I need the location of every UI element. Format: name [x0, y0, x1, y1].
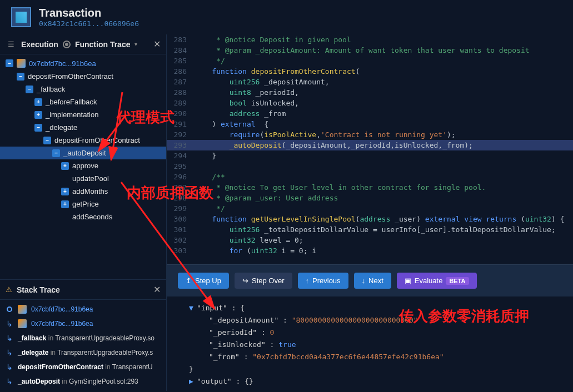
tree-label: _fallback: [37, 85, 65, 93]
code-line[interactable]: 294 }: [167, 150, 573, 161]
function-trace-label[interactable]: Function Trace: [75, 40, 131, 49]
tree-label: addSeconds: [72, 213, 112, 221]
code-line[interactable]: 300 function getUserLevelInSinglePool(ad…: [167, 214, 573, 224]
chevron-down-icon[interactable]: ▾: [134, 41, 137, 47]
line-number: 285: [167, 56, 195, 66]
tree-label: getPrice: [72, 200, 99, 208]
code-line[interactable]: 285 */: [167, 56, 573, 66]
expand-icon[interactable]: ▶: [189, 375, 197, 388]
stack-row[interactable]: ↳_fallback in TransparentUpgradeableProx…: [0, 331, 166, 345]
collapse-icon[interactable]: ▼: [189, 302, 197, 314]
transaction-icon: [11, 7, 31, 27]
beta-badge: BETA: [446, 277, 469, 285]
tree-label: _implementation: [46, 110, 98, 119]
line-number: 297: [167, 182, 195, 193]
code-line[interactable]: 293 _autoDeposit(_depositAmount,_periodI…: [167, 140, 573, 150]
code-line[interactable]: 284 * @param _depositAmount: Amount of w…: [167, 45, 573, 56]
expand-icon[interactable]: [34, 111, 42, 119]
tree-item[interactable]: _delegate: [0, 121, 166, 134]
code-line[interactable]: 292 require(isPoolActive,'Contract is no…: [167, 129, 573, 140]
tree-item[interactable]: _autoDeposit: [0, 147, 166, 159]
eval-icon: ▣: [405, 277, 411, 285]
line-number: 284: [167, 45, 195, 56]
stack-trace-panel: ⚠ Stack Trace ✕ 0x7cbfd7bc...91b6ea↳0x7c…: [0, 279, 166, 391]
code-line[interactable]: 296 /**: [167, 172, 573, 182]
stack-row[interactable]: 0x7cbfd7bc...91b6ea: [0, 302, 166, 316]
line-number: 302: [167, 235, 195, 245]
tree-item[interactable]: depositFromOtherContract: [0, 70, 166, 83]
step-over-button[interactable]: ↪Step Over: [235, 273, 292, 289]
stack-row[interactable]: ↳_delegate in TransparentUpgradeableProx…: [0, 345, 166, 360]
transaction-hash[interactable]: 0x8432c1c661...066096e6: [39, 19, 139, 28]
line-number: 287: [167, 77, 195, 87]
code-line[interactable]: 301 uint256 _totalDepositDollarValue = u…: [167, 224, 573, 235]
tree-item[interactable]: approve: [0, 159, 166, 172]
line-number: 288: [167, 87, 195, 98]
tree-item[interactable]: _beforeFallback: [0, 96, 166, 108]
collapse-icon[interactable]: [26, 86, 33, 93]
line-number: 291: [167, 119, 195, 129]
code-line[interactable]: 289 bool isUnlocked,: [167, 98, 573, 108]
page-title: Transaction: [39, 7, 139, 19]
line-number: 290: [167, 108, 195, 119]
tree-item[interactable]: updatePool: [0, 172, 166, 185]
code-line[interactable]: 290 address _from: [167, 108, 573, 119]
collapse-icon[interactable]: [17, 73, 24, 81]
tree-item[interactable]: _implementation: [0, 108, 166, 121]
line-number: 298: [167, 193, 195, 203]
code-line[interactable]: 302 uint32 level = 0;: [167, 235, 573, 245]
tree-label: _delegate: [46, 123, 77, 132]
tree-item[interactable]: depositFromOtherContract: [0, 134, 166, 147]
return-icon: ↳: [6, 319, 13, 328]
code-line[interactable]: 283 * @notice Deposit in given pool: [167, 34, 573, 45]
collapse-icon[interactable]: [43, 137, 51, 144]
root-hash: 0x7cbfd7bc...91b6ea: [29, 59, 96, 68]
menu-icon[interactable]: ☰: [6, 39, 17, 49]
tree-item[interactable]: _fallback: [0, 83, 166, 96]
collapse-icon[interactable]: [6, 59, 13, 67]
radio-icon[interactable]: [63, 41, 71, 48]
tree-item[interactable]: addSeconds: [0, 210, 166, 223]
evaluate-button[interactable]: ▣EvaluateBETA: [397, 273, 477, 289]
collapse-icon[interactable]: [34, 124, 42, 132]
expand-icon[interactable]: [61, 200, 69, 208]
expand-icon[interactable]: [61, 188, 69, 195]
code-line[interactable]: 287 uint256 _depositAmount,: [167, 77, 573, 87]
collapse-icon[interactable]: [52, 149, 60, 157]
expand-icon[interactable]: [61, 162, 69, 170]
expand-icon[interactable]: [34, 98, 42, 106]
previous-button[interactable]: ↑Previous: [298, 273, 348, 289]
code-line[interactable]: 288 uint8 _periodId,: [167, 87, 573, 98]
close-icon[interactable]: ✕: [153, 284, 161, 295]
tree-item[interactable]: getPrice: [0, 198, 166, 210]
right-panel: 283 * @notice Deposit in given pool284 *…: [167, 34, 573, 391]
return-icon: ↳: [6, 348, 13, 357]
code-line[interactable]: 297 * @notice To get User level in other…: [167, 182, 573, 193]
return-icon: ↳: [6, 377, 13, 386]
stack-text: depositFromOtherContract in TransparentU: [18, 363, 153, 371]
stack-trace-title: Stack Trace: [17, 285, 60, 294]
stack-text: _autoDeposit in GymSinglePool.sol:293: [18, 378, 138, 385]
code-line[interactable]: 299 */: [167, 203, 573, 214]
code-line[interactable]: 303 for (uint32 i = 0; i: [167, 245, 573, 256]
output-panel[interactable]: ▼"input" : { "_depositAmount" : "8000000…: [167, 296, 573, 391]
code-line[interactable]: 291 ) external {: [167, 119, 573, 129]
tree-root[interactable]: 0x7cbfd7bc...91b6ea: [0, 57, 166, 70]
tree-item[interactable]: addMonths: [0, 185, 166, 198]
stack-row[interactable]: ↳_autoDeposit in GymSinglePool.sol:293: [0, 374, 166, 389]
tree-label: depositFromOtherContract: [28, 72, 113, 81]
stack-text: _fallback in TransparentUpgradeableProxy…: [18, 334, 155, 342]
contract-icon: [17, 59, 26, 68]
code-line[interactable]: 298 * @param _user: User address: [167, 193, 573, 203]
close-icon[interactable]: ✕: [153, 39, 161, 49]
code-line[interactable]: 295: [167, 161, 573, 172]
next-button[interactable]: ↓Next: [354, 273, 391, 289]
stack-text: 0x7cbfd7bc...91b6ea: [31, 320, 93, 328]
stack-row[interactable]: ↳0x7cbfd7bc...91b6ea: [0, 316, 166, 331]
stack-row[interactable]: ↳depositFromOtherContract in Transparent…: [0, 360, 166, 374]
code-editor[interactable]: 283 * @notice Deposit in given pool284 *…: [167, 34, 573, 264]
code-line[interactable]: 286 function depositFromOtherContract(: [167, 66, 573, 77]
tree-label: approve: [72, 162, 98, 170]
line-number: 296: [167, 172, 195, 182]
step-up-button[interactable]: ↥Step Up: [178, 273, 229, 289]
